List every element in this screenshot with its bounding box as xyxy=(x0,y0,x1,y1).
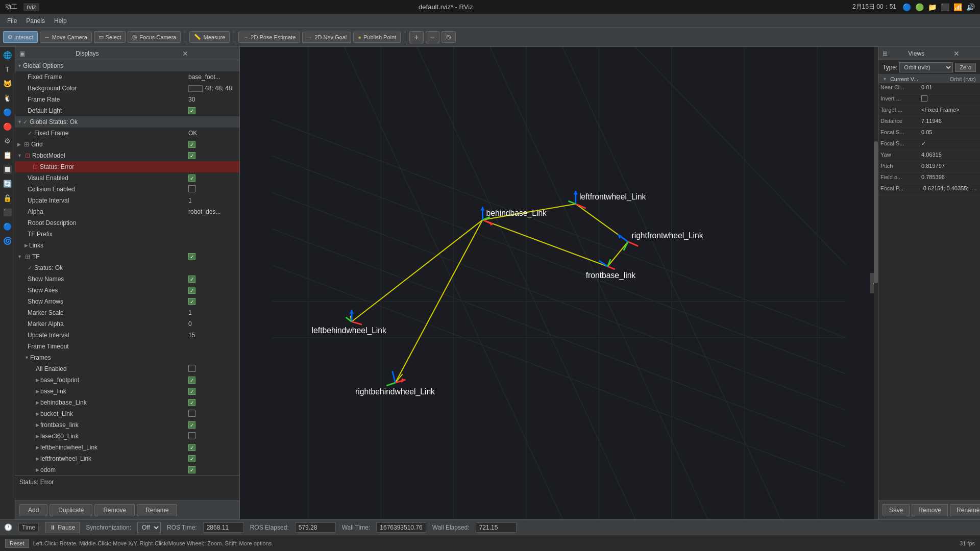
fixed-frame-ok-row[interactable]: ✓ Fixed Frame OK xyxy=(15,128,239,139)
grid-row[interactable]: ▶ ⊞ Grid xyxy=(15,139,239,150)
ce-check[interactable] xyxy=(188,185,195,192)
toolbar-2d-nav[interactable]: → 2D Nav Goal xyxy=(302,32,351,43)
iconbar-btn-13[interactable]: 🔵 xyxy=(2,220,14,233)
menu-help[interactable]: Help xyxy=(50,16,71,26)
sys-icon-3[interactable]: 📁 xyxy=(928,3,937,11)
marker-scale-row[interactable]: Marker Scale 1 xyxy=(15,307,239,318)
od-arrow[interactable]: ▶ xyxy=(36,467,39,472)
tf-check[interactable] xyxy=(188,253,195,260)
laser-link-row[interactable]: ▶ laser360_Link xyxy=(15,431,239,442)
tf-row[interactable]: ▼ ⊞ TF xyxy=(15,251,239,262)
base-link-row[interactable]: ▶ base_link xyxy=(15,386,239,397)
invert-check[interactable] xyxy=(921,95,927,102)
lfw-check[interactable] xyxy=(188,455,195,462)
bb-check[interactable] xyxy=(188,399,195,406)
views-row-focal-s2[interactable]: Focal S... ✓ xyxy=(878,139,980,151)
views-row-field[interactable]: Field o... 0.785398 xyxy=(878,173,980,184)
menu-panels[interactable]: Panels xyxy=(22,16,49,26)
tf-prefix-row[interactable]: TF Prefix xyxy=(15,229,239,240)
views-row-focal-s1[interactable]: Focal S... 0.05 xyxy=(878,128,980,139)
tf-arrow[interactable]: ▼ xyxy=(17,254,22,259)
robot-model-check[interactable] xyxy=(188,152,195,159)
iconbar-btn-11[interactable]: 🔒 xyxy=(2,192,14,204)
toolbar-btn-target[interactable]: ◎ xyxy=(442,31,456,43)
tf-status-row[interactable]: ✓ Status: Ok xyxy=(15,262,239,273)
bb-arrow[interactable]: ▶ xyxy=(36,400,39,405)
views-row-focal-p[interactable]: Focal P... -0.62154; 0.40355; -... xyxy=(878,184,980,195)
alpha-row[interactable]: Alpha robot_des... xyxy=(15,206,239,217)
sn-check[interactable] xyxy=(188,276,195,283)
show-arrows-row[interactable]: Show Arrows xyxy=(15,296,239,307)
all-enabled-row[interactable]: All Enabled xyxy=(15,363,239,374)
frames-section-row[interactable]: ▼ Frames xyxy=(15,352,239,363)
lfw-link-row[interactable]: ▶ leftfrontwheel_Link xyxy=(15,453,239,464)
odom-row[interactable]: ▶ odom xyxy=(15,464,239,475)
global-status-row[interactable]: ▼ ✓ Global Status: Ok xyxy=(15,116,239,128)
lbw-arrow[interactable]: ▶ xyxy=(36,445,39,450)
views-row-distance[interactable]: Distance 7.11946 xyxy=(878,117,980,128)
reset-button[interactable]: Reset xyxy=(5,539,29,548)
collision-enabled-row[interactable]: Collision Enabled xyxy=(15,184,239,195)
default-light-row[interactable]: Default Light xyxy=(15,105,239,116)
iconbar-btn-14[interactable]: 🌀 xyxy=(2,235,14,247)
lfw-arrow[interactable]: ▶ xyxy=(36,456,39,461)
sa-check[interactable] xyxy=(188,287,195,294)
bucket-link-row[interactable]: ▶ bucket_Link xyxy=(15,408,239,419)
bl-check[interactable] xyxy=(188,388,195,395)
sys-icon-6[interactable]: 🔊 xyxy=(966,3,975,11)
robot-model-arrow[interactable]: ▼ xyxy=(17,153,22,158)
ae-check[interactable] xyxy=(188,365,195,372)
lbw-check[interactable] xyxy=(188,444,195,451)
toolbar-select[interactable]: ▭ Select xyxy=(94,31,126,43)
views-row-invert[interactable]: Invert ... xyxy=(878,94,980,106)
bf-check[interactable] xyxy=(188,377,195,384)
iconbar-btn-5[interactable]: 🔵 xyxy=(2,106,14,118)
frame-timeout-row[interactable]: Frame Timeout xyxy=(15,341,239,352)
default-light-check[interactable] xyxy=(188,107,195,114)
frame-rate-row[interactable]: Frame Rate 30 xyxy=(15,94,239,105)
toolbar-measure[interactable]: 📏 Measure xyxy=(189,31,230,43)
links-arrow[interactable]: ▶ xyxy=(24,243,28,248)
toolbar-move-camera[interactable]: ↔ Move Camera xyxy=(40,32,92,43)
visual-enabled-row[interactable]: Visual Enabled xyxy=(15,172,239,184)
duplicate-button[interactable]: Duplicate xyxy=(50,504,92,516)
iconbar-btn-2[interactable]: T xyxy=(2,63,14,76)
robot-model-row[interactable]: ▼ ⊡ RobotModel xyxy=(15,150,239,161)
fixed-frame-row[interactable]: Fixed Frame base_foot... xyxy=(15,71,239,83)
displays-content[interactable]: ▼ Global Options Fixed Frame base_foot..… xyxy=(15,60,239,475)
iconbar-btn-9[interactable]: 🔲 xyxy=(2,163,14,176)
global-options-row[interactable]: ▼ Global Options xyxy=(15,60,239,71)
fb-arrow[interactable]: ▶ xyxy=(36,422,39,428)
pause-button[interactable]: ⏸ Pause xyxy=(45,522,80,533)
update-interval-rm-row[interactable]: Update Interval 1 xyxy=(15,195,239,206)
robot-desc-row[interactable]: Robot Description xyxy=(15,217,239,229)
views-remove-btn[interactable]: Remove xyxy=(912,504,948,516)
ve-check[interactable] xyxy=(188,174,195,182)
rename-button[interactable]: Rename xyxy=(137,504,177,516)
toolbar-publish-point[interactable]: ● Publish Point xyxy=(353,32,401,43)
bl-arrow[interactable]: ▶ xyxy=(36,389,39,394)
views-type-select[interactable]: Orbit (rviz) xyxy=(899,62,953,72)
sarr-check[interactable] xyxy=(188,298,195,305)
toolbar-2d-pose[interactable]: → 2D Pose Estimate xyxy=(238,32,300,43)
global-options-arrow[interactable]: ▼ xyxy=(17,63,22,68)
views-row-near-clip[interactable]: Near Cl... 0.01 xyxy=(878,83,980,94)
views-save-btn[interactable]: Save xyxy=(883,504,910,516)
frames-arrow[interactable]: ▼ xyxy=(24,355,29,360)
viewport-3d[interactable]: behindbase_Link leftfrontwheel_Link righ… xyxy=(240,47,878,519)
fb-check[interactable] xyxy=(188,421,195,429)
sys-icon-5[interactable]: 📶 xyxy=(953,3,962,11)
toolbar-btn-plus[interactable]: + xyxy=(409,31,423,43)
views-zero-btn[interactable]: Zero xyxy=(955,63,976,72)
iconbar-btn-8[interactable]: 📋 xyxy=(2,149,14,161)
menu-file[interactable]: File xyxy=(3,16,21,26)
sync-select[interactable]: Off xyxy=(137,522,161,533)
sys-icon-2[interactable]: 🟢 xyxy=(915,3,924,11)
views-row-pitch[interactable]: Pitch 0.819797 xyxy=(878,162,980,173)
toolbar-interact[interactable]: ⊕ Interact xyxy=(3,31,38,43)
toolbar-focus-camera[interactable]: ◎ Focus Camera xyxy=(128,31,181,43)
iconbar-btn-12[interactable]: ⬛ xyxy=(2,206,14,218)
iconbar-btn-1[interactable]: 🌐 xyxy=(2,49,14,61)
bg-color-swatch[interactable] xyxy=(188,85,203,92)
show-names-row[interactable]: Show Names xyxy=(15,273,239,285)
